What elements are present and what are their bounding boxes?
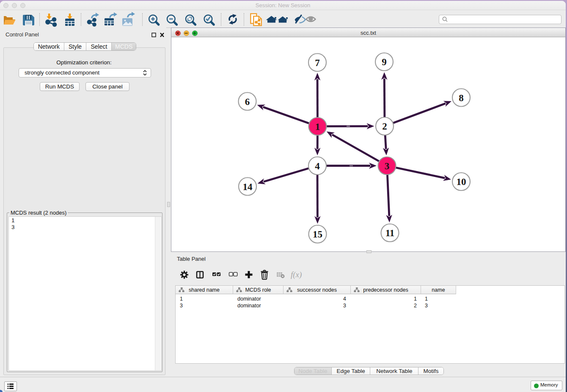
svg-text:2: 2	[382, 121, 387, 132]
svg-text:10: 10	[457, 177, 466, 187]
svg-text:15: 15	[313, 229, 322, 240]
svg-text:11: 11	[385, 228, 395, 238]
svg-text:8: 8	[459, 93, 464, 103]
svg-text:3: 3	[385, 161, 390, 171]
svg-text:6: 6	[245, 97, 250, 107]
svg-text:7: 7	[315, 58, 320, 68]
svg-text:9: 9	[382, 57, 387, 67]
svg-text:14: 14	[243, 182, 253, 192]
svg-text:4: 4	[315, 161, 320, 171]
svg-text:f(x): f(x)	[291, 270, 302, 279]
svg-text:1: 1	[315, 121, 320, 132]
